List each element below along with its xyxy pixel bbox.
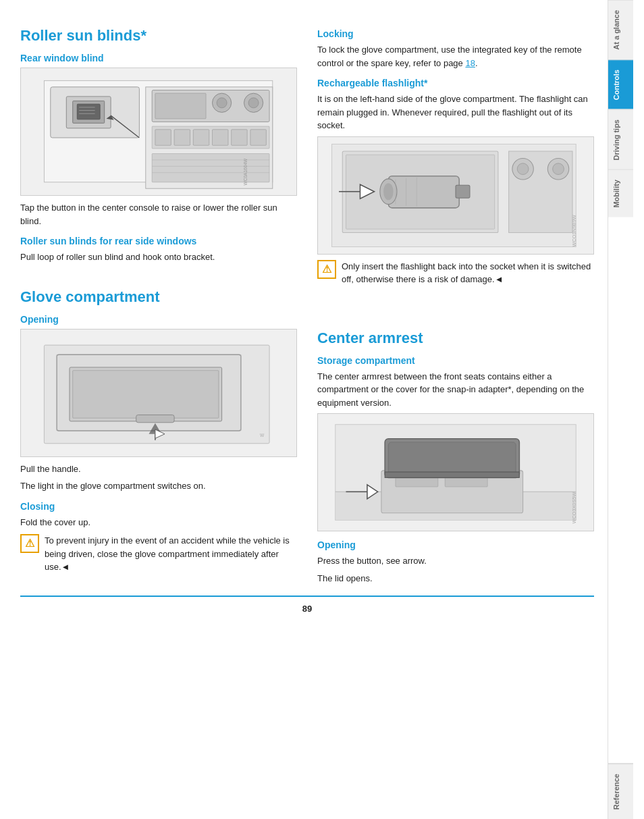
closing-warning: ⚠ To prevent injury in the event of an a… <box>20 534 297 578</box>
svg-rect-12 <box>155 94 206 120</box>
sidebar-tab-driving-tips[interactable]: Driving tips <box>608 109 633 170</box>
closing-warning-text: To prevent injury in the event of an acc… <box>45 534 297 574</box>
sidebar-tabs: At a glance Controls Driving tips Mobili… <box>608 0 633 819</box>
svg-rect-35 <box>73 371 219 418</box>
subsection-closing: Closing <box>20 501 297 512</box>
locking-text: To lock the glove compartment, use the i… <box>317 43 594 70</box>
section-title-roller: Roller sun blinds* <box>20 27 297 45</box>
svg-point-58 <box>553 163 564 174</box>
glove-compartment-image: W <box>20 329 297 457</box>
svg-point-14 <box>217 98 227 108</box>
opening-text2: The light in the glove compartment switc… <box>20 479 297 493</box>
svg-rect-23 <box>250 130 266 145</box>
storage-text: The center armrest between the front sea… <box>317 370 594 410</box>
subsection-storage: Storage compartment <box>317 355 594 366</box>
sidebar-spacer <box>608 217 633 764</box>
svg-point-16 <box>248 98 259 108</box>
svg-rect-19 <box>174 130 190 145</box>
rear-side-text: Pull loop of roller sun blind and hook o… <box>20 250 297 264</box>
armrest-opening-text1: Press the button, see arrow. <box>317 554 594 568</box>
armrest-opening-text2: The lid opens. <box>317 572 594 585</box>
locking-link[interactable]: 18 <box>465 58 475 68</box>
flashlight-text: It is on the left-hand side of the glove… <box>317 93 594 132</box>
svg-point-56 <box>517 163 529 174</box>
svg-rect-4 <box>78 105 101 120</box>
svg-text:WCO3X0S5W: WCO3X0S5W <box>571 492 577 524</box>
svg-rect-20 <box>194 130 209 145</box>
svg-rect-69 <box>385 472 519 477</box>
svg-rect-18 <box>155 130 171 145</box>
sidebar-tab-reference[interactable]: Reference <box>608 764 633 819</box>
subsection-armrest-opening: Opening <box>317 539 594 550</box>
subsection-flashlight: Rechargeable flashlight* <box>317 78 594 88</box>
sidebar-tab-controls[interactable]: Controls <box>608 59 633 109</box>
flashlight-warning-text: Only insert the flashlight back into the… <box>342 260 594 286</box>
subsection-rear-side: Roller sun blinds for rear side windows <box>20 236 297 246</box>
sidebar-tab-at-a-glance[interactable]: At a glance <box>608 0 633 59</box>
warning-icon-closing: ⚠ <box>20 534 39 553</box>
svg-rect-68 <box>388 442 516 474</box>
rear-window-text: Tap the button in the center console to … <box>20 201 297 228</box>
opening-text1: Pull the handle. <box>20 463 297 476</box>
svg-rect-45 <box>388 176 459 207</box>
subsection-locking: Locking <box>317 28 594 39</box>
page-number-bar: 89 <box>20 596 594 620</box>
rear-window-blind-image: WC0A1604W <box>20 68 297 196</box>
subsection-opening: Opening <box>20 314 297 325</box>
svg-text:WC0A1604W: WC0A1604W <box>244 158 248 186</box>
svg-rect-21 <box>213 130 228 145</box>
svg-rect-51 <box>456 185 470 198</box>
section-title-armrest: Center armrest <box>317 329 594 347</box>
flashlight-warning: ⚠ Only insert the flashlight back into t… <box>317 260 594 290</box>
svg-text:WCO3N9B9W: WCO3N9B9W <box>571 215 577 246</box>
page-number: 89 <box>302 604 312 614</box>
armrest-image: WCO3X0S5W <box>317 413 594 531</box>
svg-point-47 <box>383 183 394 200</box>
section-title-glove: Glove compartment <box>20 288 297 306</box>
flashlight-image: WCO3N9B9W <box>317 136 594 255</box>
subsection-rear-window: Rear window blind <box>20 53 297 63</box>
svg-rect-22 <box>232 130 247 145</box>
svg-rect-36 <box>136 415 174 422</box>
warning-icon-flashlight: ⚠ <box>317 260 336 279</box>
svg-text:W: W <box>260 433 265 438</box>
closing-text: Fold the cover up. <box>20 516 297 529</box>
sidebar-tab-mobility[interactable]: Mobility <box>608 169 633 217</box>
svg-rect-24 <box>153 154 270 182</box>
